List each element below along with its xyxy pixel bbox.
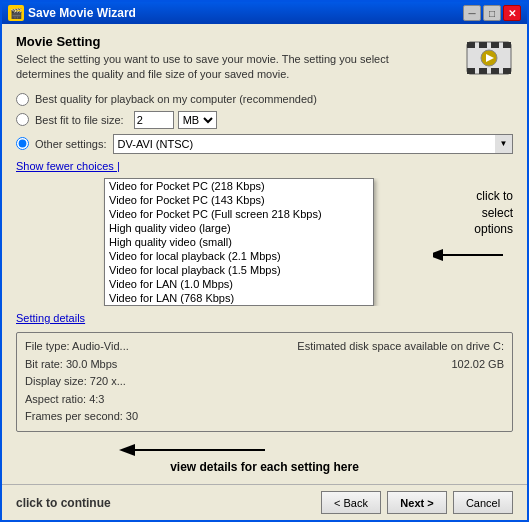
bottom-annotation-text: view details for each setting here — [170, 460, 359, 474]
dropdown-list[interactable]: Video for Pocket PC (218 Kbps) Video for… — [104, 178, 374, 306]
svg-rect-4 — [503, 42, 511, 48]
dropdown-annotation-area: Video for Pocket PC (218 Kbps) Video for… — [16, 178, 513, 306]
list-item[interactable]: Video for Pocket PC (143 Kbps) — [105, 193, 373, 207]
other-settings-label: Other settings: — [35, 138, 107, 150]
details-row: File type: Audio-Vid... Bit rate: 30.0 M… — [25, 338, 504, 426]
settings-combo-input[interactable] — [113, 134, 513, 154]
list-item[interactable]: Video for local playback (2.1 Mbps) — [105, 249, 373, 263]
best-fit-row: Best fit to file size: MB — [16, 111, 513, 129]
file-size-unit-select[interactable]: MB — [178, 111, 217, 129]
minimize-button[interactable]: ─ — [463, 5, 481, 21]
list-item[interactable]: Video for local playback (1.5 Mbps) — [105, 263, 373, 277]
window-icon: 🎬 — [8, 5, 24, 21]
list-item[interactable]: High quality video (large) — [105, 221, 373, 235]
file-size-controls: MB — [134, 111, 217, 129]
header-text: Movie Setting Select the setting you wan… — [16, 34, 416, 83]
main-content: Movie Setting Select the setting you wan… — [2, 24, 527, 484]
title-bar: 🎬 Save Movie Wizard ─ □ ✕ — [2, 2, 527, 24]
svg-rect-2 — [479, 42, 487, 48]
settings-combo-wrapper: ▼ — [113, 134, 513, 154]
svg-rect-3 — [491, 42, 499, 48]
bottom-arrow-svg — [115, 440, 415, 460]
aspect-ratio-detail: Aspect ratio: 4:3 — [25, 391, 287, 409]
list-item[interactable]: High quality video (small) — [105, 235, 373, 249]
click-select-arrow — [433, 240, 513, 270]
radio-group: Best quality for playback on my computer… — [16, 93, 513, 154]
display-size-detail: Display size: 720 x... — [25, 373, 287, 391]
maximize-button[interactable]: □ — [483, 5, 501, 21]
list-item[interactable]: Video for LAN (768 Kbps) — [105, 291, 373, 305]
wizard-footer: click to continue < Back Next > Cancel — [2, 484, 527, 520]
title-bar-buttons: ─ □ ✕ — [463, 5, 521, 21]
other-settings-row: Other settings: ▼ — [16, 134, 513, 154]
combo-dropdown-button[interactable]: ▼ — [495, 134, 513, 154]
list-item[interactable]: Video for Pocket PC (Full screen 218 Kbp… — [105, 207, 373, 221]
movie-icon — [465, 34, 513, 82]
section-description: Select the setting you want to use to sa… — [16, 52, 416, 83]
next-button[interactable]: Next > — [387, 491, 447, 514]
wizard-window: 🎬 Save Movie Wizard ─ □ ✕ Movie Setting … — [0, 0, 529, 522]
cancel-button[interactable]: Cancel — [453, 491, 513, 514]
svg-rect-6 — [479, 68, 487, 74]
show-fewer-row: Show fewer choices | — [16, 160, 513, 172]
best-quality-radio[interactable] — [16, 93, 29, 106]
setting-details-row: Setting details — [16, 312, 513, 324]
title-bar-left: 🎬 Save Movie Wizard — [8, 5, 136, 21]
file-size-input[interactable] — [134, 111, 174, 129]
best-quality-row: Best quality for playback on my computer… — [16, 93, 513, 106]
setting-details-link[interactable]: Setting details — [16, 312, 85, 324]
disk-space-label: Estimated disk space available on drive … — [297, 338, 504, 356]
disk-space-value: 102.02 GB — [297, 356, 504, 374]
list-item[interactable]: Video for broadband (512 Kbps) — [105, 305, 373, 306]
header-section: Movie Setting Select the setting you wan… — [16, 34, 513, 83]
svg-rect-7 — [491, 68, 499, 74]
section-title: Movie Setting — [16, 34, 416, 49]
other-settings-radio[interactable] — [16, 137, 29, 150]
click-to-continue-text: click to continue — [16, 496, 111, 510]
list-item[interactable]: Video for Pocket PC (218 Kbps) — [105, 179, 373, 193]
file-type-detail: File type: Audio-Vid... — [25, 338, 287, 356]
close-button[interactable]: ✕ — [503, 5, 521, 21]
show-fewer-link[interactable]: Show fewer choices | — [16, 160, 120, 172]
details-left: File type: Audio-Vid... Bit rate: 30.0 M… — [25, 338, 287, 426]
back-button[interactable]: < Back — [321, 491, 381, 514]
click-select-text: click toselectoptions — [474, 188, 513, 238]
svg-rect-8 — [503, 68, 511, 74]
list-item[interactable]: Video for LAN (1.0 Mbps) — [105, 277, 373, 291]
best-fit-label: Best fit to file size: — [35, 114, 124, 126]
footer-buttons: < Back Next > Cancel — [321, 491, 513, 514]
click-to-continue-label: click to continue — [16, 496, 111, 510]
bottom-annotation: view details for each setting here — [16, 440, 513, 474]
click-select-annotation: click toselectoptions — [403, 188, 513, 270]
best-quality-label: Best quality for playback on my computer… — [35, 93, 317, 105]
details-right: Estimated disk space available on drive … — [297, 338, 504, 373]
best-fit-radio[interactable] — [16, 113, 29, 126]
details-box: File type: Audio-Vid... Bit rate: 30.0 M… — [16, 332, 513, 432]
bit-rate-detail: Bit rate: 30.0 Mbps — [25, 356, 287, 374]
frames-per-second-detail: Frames per second: 30 — [25, 408, 287, 426]
svg-rect-1 — [467, 42, 475, 48]
window-title: Save Movie Wizard — [28, 6, 136, 20]
svg-rect-5 — [467, 68, 475, 74]
